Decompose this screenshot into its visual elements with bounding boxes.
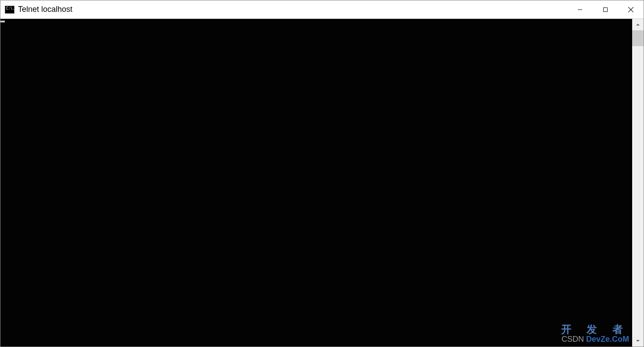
window-controls [567, 0, 644, 18]
content-row [0, 19, 644, 347]
chevron-up-icon [635, 22, 640, 27]
telnet-window: C:\. Telnet localhost [0, 0, 644, 347]
scroll-up-button[interactable] [632, 19, 644, 30]
scroll-down-button[interactable] [632, 335, 644, 347]
cmd-icon-glyph: C:\. [6, 7, 14, 11]
svg-rect-1 [604, 7, 608, 11]
cmd-icon: C:\. [5, 6, 14, 14]
close-icon [628, 7, 634, 13]
scroll-track[interactable] [632, 30, 644, 335]
minimize-icon [577, 7, 583, 12]
scroll-thumb[interactable] [632, 30, 644, 46]
minimize-button[interactable] [567, 0, 593, 18]
chevron-down-icon [635, 338, 640, 343]
titlebar[interactable]: C:\. Telnet localhost [0, 0, 644, 19]
terminal-area[interactable] [0, 19, 632, 347]
maximize-icon [603, 7, 608, 12]
terminal-cursor [0, 21, 5, 22]
window-title: Telnet localhost [18, 5, 72, 14]
vertical-scrollbar[interactable] [632, 19, 644, 347]
maximize-button[interactable] [593, 0, 618, 18]
close-button[interactable] [618, 0, 644, 18]
